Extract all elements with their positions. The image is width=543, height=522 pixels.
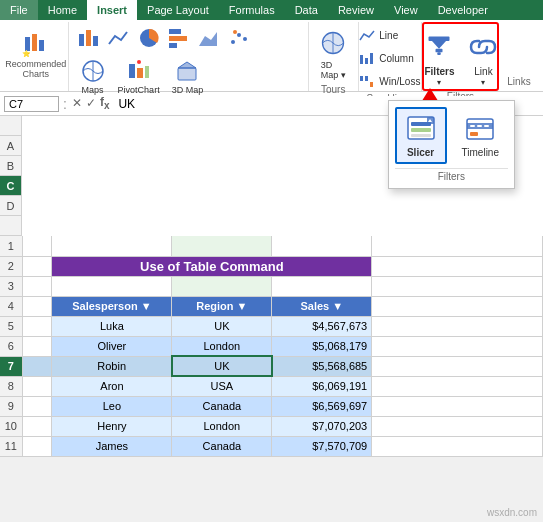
tab-insert[interactable]: Insert (87, 0, 137, 20)
scatter-chart-button[interactable] (225, 24, 253, 52)
filters-button[interactable]: Filters ▾ (418, 26, 460, 90)
cell-b6[interactable]: Oliver (52, 336, 172, 356)
row-num-8[interactable]: 8 (0, 376, 22, 396)
column-sparkline-button[interactable]: Column (355, 47, 424, 69)
row-num-6[interactable]: 6 (0, 336, 22, 356)
tab-page-layout[interactable]: Page Layout (137, 0, 219, 20)
cell-e4[interactable] (372, 296, 543, 316)
cell-c3[interactable] (172, 276, 272, 296)
cell-b8[interactable]: Aron (52, 376, 172, 396)
cell-e3[interactable] (372, 276, 543, 296)
cell-c7[interactable]: UK (172, 356, 272, 376)
tab-formulas[interactable]: Formulas (219, 0, 285, 20)
cell-e11[interactable] (372, 436, 543, 456)
cell-a4[interactable] (22, 296, 52, 316)
row-num-11[interactable]: 11 (0, 436, 22, 456)
cell-c9[interactable]: Canada (172, 396, 272, 416)
area-chart-button[interactable] (195, 24, 223, 52)
cell-b5[interactable]: Luka (52, 316, 172, 336)
cell-reference[interactable] (4, 96, 59, 112)
cell-a9[interactable] (22, 396, 52, 416)
col-header-d[interactable]: D (0, 196, 22, 216)
cell-e7[interactable] (372, 356, 543, 376)
cell-c8[interactable]: USA (172, 376, 272, 396)
cell-a8[interactable] (22, 376, 52, 396)
tab-file[interactable]: File (0, 0, 38, 20)
tab-developer[interactable]: Developer (428, 0, 498, 20)
cell-d3[interactable] (272, 276, 372, 296)
cell-b7[interactable]: Robin (52, 356, 172, 376)
row-num-4[interactable]: 4 (0, 296, 22, 316)
cell-b2-title[interactable]: Use of Table Command (52, 256, 372, 276)
row-num-5[interactable]: 5 (0, 316, 22, 336)
cell-d1[interactable] (272, 236, 372, 256)
cell-e1[interactable] (372, 236, 543, 256)
col-header-a[interactable]: A (0, 136, 22, 156)
cell-e5[interactable] (372, 316, 543, 336)
cell-b1[interactable] (52, 236, 172, 256)
maps-button[interactable]: Maps (75, 55, 111, 98)
cell-b3[interactable] (52, 276, 172, 296)
cell-b10[interactable]: Henry (52, 416, 172, 436)
cell-b11[interactable]: James (52, 436, 172, 456)
row-num-3[interactable]: 3 (0, 276, 22, 296)
cell-e2[interactable] (372, 256, 543, 276)
col-header-c[interactable]: C (0, 176, 22, 196)
tab-data[interactable]: Data (285, 0, 328, 20)
cell-d5[interactable]: $4,567,673 (272, 316, 372, 336)
link-button[interactable]: Link ▾ (464, 26, 502, 90)
tab-view[interactable]: View (384, 0, 428, 20)
cell-e8[interactable] (372, 376, 543, 396)
cell-e10[interactable] (372, 416, 543, 436)
cell-a3[interactable] (22, 276, 52, 296)
cell-a1[interactable] (22, 236, 52, 256)
cell-a5[interactable] (22, 316, 52, 336)
cell-a6[interactable] (22, 336, 52, 356)
cell-c11[interactable]: Canada (172, 436, 272, 456)
row-num-2[interactable]: 2 (0, 256, 22, 276)
tab-home[interactable]: Home (38, 0, 87, 20)
cell-c10[interactable]: London (172, 416, 272, 436)
cell-d6[interactable]: $5,068,179 (272, 336, 372, 356)
3dmap-button[interactable]: 3D Map (167, 55, 209, 98)
slicer-button[interactable]: Slicer (395, 107, 447, 164)
row-num-10[interactable]: 10 (0, 416, 22, 436)
cell-d10[interactable]: $7,070,203 (272, 416, 372, 436)
cell-c4-header[interactable]: Region ▼ (172, 296, 272, 316)
pivotchart-button[interactable]: PivotChart (113, 55, 165, 98)
cell-d9[interactable]: $6,569,697 (272, 396, 372, 416)
cell-d4-header[interactable]: Sales ▼ (272, 296, 372, 316)
cell-e6[interactable] (372, 336, 543, 356)
tab-review[interactable]: Review (328, 0, 384, 20)
cell-b9[interactable]: Leo (52, 396, 172, 416)
column-chart-button[interactable] (75, 24, 103, 52)
cell-c6[interactable]: London (172, 336, 272, 356)
cell-a2[interactable] (22, 256, 52, 276)
insert-function-icon[interactable]: fx (99, 94, 111, 112)
col-header-e[interactable] (0, 216, 22, 236)
recommended-charts-button[interactable]: ⭐ RecommendedCharts (0, 24, 71, 83)
row-num-7[interactable]: 7 (0, 356, 22, 376)
cell-a7[interactable] (22, 356, 52, 376)
cell-a10[interactable] (22, 416, 52, 436)
timeline-button[interactable]: Timeline (453, 107, 508, 164)
cell-e9[interactable] (372, 396, 543, 416)
row-num-9[interactable]: 9 (0, 396, 22, 416)
bar-chart-button[interactable] (165, 24, 193, 52)
col-header-b[interactable]: B (0, 156, 22, 176)
line-sparkline-button[interactable]: Line (355, 24, 424, 46)
line-chart-button[interactable] (105, 24, 133, 52)
3dmap-tours-button[interactable]: 3DMap ▾ (312, 24, 354, 83)
pie-chart-button[interactable] (135, 24, 163, 52)
cell-b4-header[interactable]: Salesperson ▼ (52, 296, 172, 316)
cancel-formula-icon[interactable]: ✕ (71, 95, 83, 111)
confirm-formula-icon[interactable]: ✓ (85, 95, 97, 111)
cell-d11[interactable]: $7,570,709 (272, 436, 372, 456)
cell-a11[interactable] (22, 436, 52, 456)
cell-c5[interactable]: UK (172, 316, 272, 336)
cell-d8[interactable]: $6,069,191 (272, 376, 372, 396)
winloss-sparkline-button[interactable]: Win/Loss (355, 70, 424, 92)
row-num-1[interactable]: 1 (0, 236, 22, 256)
cell-c1[interactable] (172, 236, 272, 256)
cell-d7[interactable]: $5,568,685 (272, 356, 372, 376)
